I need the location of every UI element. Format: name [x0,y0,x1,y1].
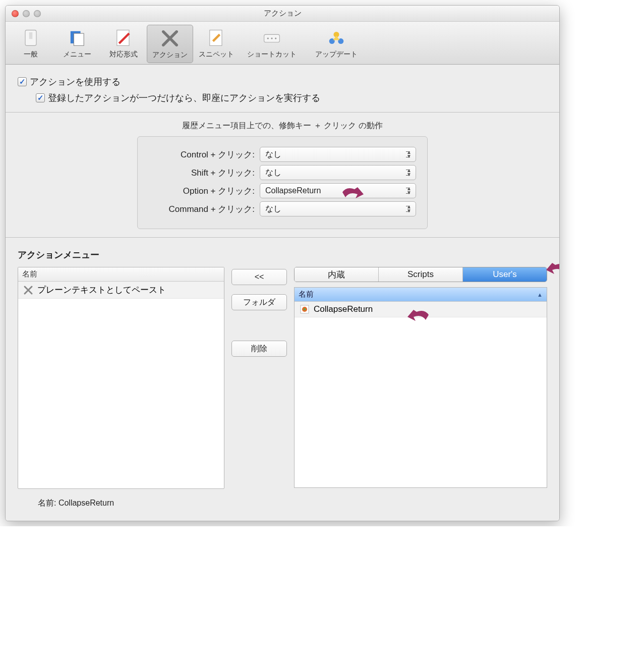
delete-button[interactable]: 削除 [231,341,287,357]
left-list[interactable]: 名前 プレーンテキストとしてペースト [18,267,224,489]
toolbar-menu[interactable]: メニュー [54,25,100,63]
documents-icon [66,27,88,49]
svg-marker-13 [333,36,339,40]
use-actions-row: ✓ アクションを使用する [18,76,547,88]
run-if-single-row: ✓ 登録したアクションが一つだけなら、即座にアクションを実行する [36,92,547,104]
run-if-single-label: 登録したアクションが一つだけなら、即座にアクションを実行する [48,92,320,104]
titlebar: アクション [6,6,559,22]
divider [6,112,559,113]
button-label: 削除 [251,344,267,354]
shift-click-select[interactable]: なし ▲▼ [260,165,416,180]
select-value: CollapseReturn [265,186,321,195]
middle-buttons: << フォルダ 削除 [231,269,287,357]
toolbar-label: アップデート [315,50,358,59]
control-click-row: Control + クリック: なし ▲▼ [149,147,416,162]
tab-label: 内蔵 [328,269,345,281]
toolbar: 一般 メニュー 対応形式 アクション スニペット [6,22,559,65]
toolbar-label: メニュー [63,50,91,59]
button-label: フォルダ [243,297,275,308]
page-pencil-icon [112,27,135,49]
columns: 名前 プレーンテキストとしてペースト << フォルダ 削除 [18,267,547,489]
list-item[interactable]: プレーンテキストとしてペースト [18,282,224,299]
command-click-row: Command + クリック: なし ▲▼ [149,201,416,216]
svg-point-8 [271,37,272,39]
pointer-annotation [544,258,560,280]
svg-rect-1 [29,32,33,39]
command-click-label: Command + クリック: [149,203,255,215]
crossed-tools-icon [23,285,33,295]
use-actions-label: アクションを使用する [30,76,121,88]
toolbar-update[interactable]: アップデート [304,25,369,63]
control-click-label: Control + クリック: [149,149,255,160]
keyboard-icon [261,27,283,49]
modifier-box: Control + クリック: なし ▲▼ Shift + クリック: なし ▲… [137,136,428,229]
control-click-select[interactable]: なし ▲▼ [260,147,416,162]
svg-point-7 [267,37,269,39]
divider [6,237,559,238]
tab-label: User's [493,269,517,280]
pointer-annotation [405,305,431,327]
action-menu-section: アクションメニュー 名前 プレーンテキストとしてペースト << フォルダ 削 [18,249,547,509]
button-label: << [255,272,264,282]
list-item-label: CollapseReturn [314,304,373,314]
footer-name: 名前: CollapseReturn [38,498,547,509]
sort-asc-icon: ▲ [537,292,543,298]
pencil-note-icon [205,27,227,49]
toolbar-label: アクション [152,50,188,60]
right-list-header[interactable]: 名前 ▲ [295,288,547,302]
option-click-select[interactable]: CollapseReturn ▲▼ [260,183,416,198]
modifier-section: 履歴メニュー項目上での、修飾キー ＋ クリック の動作 Control + クリ… [18,121,547,229]
toolbar-action[interactable]: アクション [147,25,193,63]
option-click-label: Option + クリック: [149,185,255,197]
right-pane: 内蔵 Scripts User's 名前 ▲ [294,267,547,488]
option-click-row: Option + クリック: CollapseReturn ▲▼ [149,183,416,198]
updown-icon: ▲▼ [406,150,412,158]
crossed-tools-icon [159,27,181,49]
select-value: なし [265,149,281,160]
tab-users[interactable]: User's [463,267,547,282]
toolbar-label: 対応形式 [109,50,138,59]
shift-click-label: Shift + クリック: [149,167,255,179]
update-icon [325,27,347,49]
svg-point-9 [275,37,276,39]
select-value: なし [265,204,281,214]
toolbar-label: ショートカット [247,50,297,59]
service-icon [300,304,310,314]
tab-label: Scripts [407,269,434,280]
svg-rect-3 [74,33,84,45]
tab-builtin[interactable]: 内蔵 [295,267,379,282]
use-actions-checkbox[interactable]: ✓ [18,77,27,86]
preferences-window: アクション 一般 メニュー 対応形式 アクション [5,5,560,521]
svg-rect-4 [117,30,129,46]
updown-icon: ▲▼ [406,205,412,213]
add-button[interactable]: << [231,269,287,285]
command-click-select[interactable]: なし ▲▼ [260,201,416,216]
select-value: なし [265,168,281,178]
tab-scripts[interactable]: Scripts [379,267,463,282]
shift-click-row: Shift + クリック: なし ▲▼ [149,165,416,180]
folder-button[interactable]: フォルダ [231,294,287,310]
action-menu-title: アクションメニュー [18,249,547,261]
updown-icon: ▲▼ [406,169,412,177]
toolbar-general[interactable]: 一般 [8,25,54,63]
updown-icon: ▲▼ [406,187,412,195]
source-tabs: 内蔵 Scripts User's [294,267,547,282]
toolbar-label: スニペット [199,50,234,59]
footer-value: CollapseReturn [58,499,114,507]
footer-label: 名前: [38,499,56,507]
switch-icon [20,27,42,49]
run-if-single-checkbox[interactable]: ✓ [36,93,45,102]
svg-point-16 [304,308,306,310]
left-list-header[interactable]: 名前 [18,267,224,282]
toolbar-formats[interactable]: 対応形式 [100,25,147,63]
list-item[interactable]: CollapseReturn [295,302,547,317]
toolbar-label: 一般 [24,50,38,59]
content: ✓ アクションを使用する ✓ 登録したアクションが一つだけなら、即座にアクション… [6,65,559,521]
window-title: アクション [6,9,559,18]
toolbar-shortcut[interactable]: ショートカット [240,25,304,63]
list-item-label: プレーンテキストとしてペースト [37,284,166,296]
right-list[interactable]: 名前 ▲ CollapseReturn [294,287,547,488]
toolbar-snippet[interactable]: スニペット [193,25,240,63]
column-label: 名前 [299,290,314,299]
modifier-help: 履歴メニュー項目上での、修飾キー ＋ クリック の動作 [18,121,547,131]
